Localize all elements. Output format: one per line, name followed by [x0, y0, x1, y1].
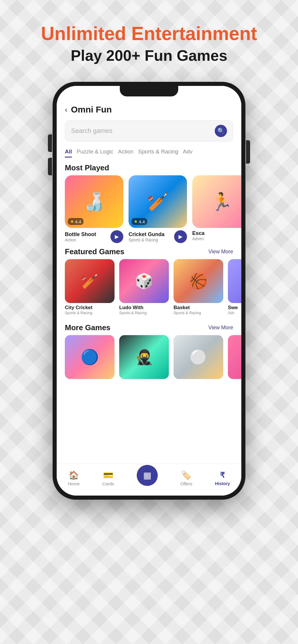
- more-games-view-more[interactable]: View More: [208, 325, 233, 331]
- bottle-shoot-text: Bottle Shoot Action: [65, 231, 96, 242]
- header-title-line1: Unlimited Entertainment: [0, 23, 298, 44]
- search-bar[interactable]: Search games 🔍: [65, 120, 233, 141]
- tab-adv[interactable]: Adv: [183, 147, 193, 157]
- search-icon[interactable]: 🔍: [215, 125, 227, 137]
- featured-header: Featured Games View More: [57, 243, 241, 259]
- featured-card-swe[interactable]: 🎮 Swe Adv: [228, 259, 241, 315]
- nav-home[interactable]: 🏠 Home: [68, 470, 80, 486]
- phone-inner: ‹ Omni Fun Search games 🔍 All Puzzle & L…: [57, 86, 241, 496]
- featured-view-more[interactable]: View More: [208, 249, 233, 255]
- tab-sports[interactable]: Sports & Racing: [138, 147, 178, 157]
- more-img-shadow: 🥷: [119, 335, 169, 379]
- bottle-shoot-emoji: 🍶: [83, 191, 105, 212]
- featured-basket-name: Basket: [174, 305, 223, 311]
- featured-row: 🏏 City Cricket Sports & Racing 🎲 Ludo Wi…: [57, 259, 241, 315]
- more-games-row: 🔵 🥷 ⚪ 🌸: [57, 335, 241, 379]
- scan-icon: ▦: [143, 470, 151, 480]
- back-button[interactable]: ‹: [65, 105, 67, 114]
- tab-action[interactable]: Action: [118, 147, 134, 157]
- most-played-row: 🍶 ★ 4.4 Bottle Shoot Action ▶: [57, 175, 241, 243]
- bottle-shoot-rating: ★ 4.4: [68, 218, 84, 225]
- bottle-shoot-info: Bottle Shoot Action ▶: [65, 230, 123, 243]
- game-card-cricket-gunda[interactable]: 🏏 ★ 4.4 Cricket Gunda Sports & Racing: [129, 175, 187, 243]
- featured-card-city-cricket[interactable]: 🏏 City Cricket Sports & Racing: [65, 259, 115, 315]
- nav-cards-label: Cards: [102, 481, 114, 486]
- more-img-bubble: 🔵: [65, 335, 115, 379]
- nav-offers[interactable]: 🏷️ Offers: [180, 470, 192, 486]
- more-card-disk[interactable]: ⚪: [174, 335, 223, 379]
- header-title-line2: Play 200+ Fun Games: [0, 47, 298, 64]
- app-content: ‹ Omni Fun Search games 🔍 All Puzzle & L…: [57, 86, 241, 496]
- bottle-shoot-name: Bottle Shoot: [65, 231, 96, 238]
- featured-ludo-cat: Sports & Racing: [119, 311, 169, 315]
- more-games-header: More Games View More: [57, 319, 241, 335]
- cricket-gunda-rating: ★ 4.4: [131, 218, 147, 225]
- cricket-gunda-text: Cricket Gunda Sports & Racing: [129, 231, 164, 242]
- center-scan-button[interactable]: ▦: [137, 465, 158, 486]
- featured-img-swe: 🎮: [228, 259, 241, 303]
- nav-center[interactable]: ▦: [137, 465, 158, 492]
- more-card-bubble[interactable]: 🔵: [65, 335, 115, 379]
- offers-icon: 🏷️: [181, 470, 191, 480]
- nav-offers-label: Offers: [180, 481, 192, 486]
- game-card-bottle-shoot[interactable]: 🍶 ★ 4.4 Bottle Shoot Action ▶: [65, 175, 123, 243]
- game-card-escape[interactable]: 🏃 Esca Adven: [192, 175, 241, 243]
- app-title: Omni Fun: [71, 105, 112, 115]
- cricket-gunda-emoji: 🏏: [147, 191, 169, 212]
- more-img-disk: ⚪: [174, 335, 223, 379]
- header-area: Unlimited Entertainment Play 200+ Fun Ga…: [0, 0, 298, 64]
- phone-outer: ‹ Omni Fun Search games 🔍 All Puzzle & L…: [53, 82, 245, 500]
- bottom-nav: 🏠 Home 💳 Cards ▦ 🏷️ Offers: [57, 463, 241, 496]
- featured-img-city-cricket: 🏏: [65, 259, 115, 303]
- game-img-cricket-gunda: 🏏 ★ 4.4: [129, 175, 187, 228]
- more-games-title: More Games: [65, 323, 110, 332]
- more-img-partial: 🌸: [228, 335, 241, 379]
- home-icon: 🏠: [69, 470, 79, 480]
- more-card-partial[interactable]: 🌸: [228, 335, 241, 379]
- most-played-title: Most Played: [57, 160, 241, 175]
- tab-all[interactable]: All: [65, 147, 72, 157]
- cricket-gunda-info: Cricket Gunda Sports & Racing ▶: [129, 230, 187, 243]
- history-icon: ₹: [220, 471, 225, 480]
- featured-city-cricket-name: City Cricket: [65, 305, 115, 311]
- star-icon: ★: [70, 219, 74, 224]
- category-tabs: All Puzzle & Logic Action Sports & Racin…: [57, 144, 241, 160]
- star-icon-2: ★: [134, 219, 138, 224]
- featured-img-ludo: 🎲: [119, 259, 169, 303]
- featured-title: Featured Games: [65, 247, 124, 256]
- phone-wrapper: ‹ Omni Fun Search games 🔍 All Puzzle & L…: [0, 82, 298, 500]
- nav-history-label: History: [215, 481, 230, 486]
- cards-icon: 💳: [103, 470, 113, 480]
- featured-card-basket[interactable]: 🏀 Basket Sports & Racing: [174, 259, 223, 315]
- escape-emoji: 🏃: [211, 191, 233, 212]
- bottle-shoot-play-btn[interactable]: ▶: [110, 230, 123, 243]
- escape-category: Adven: [192, 236, 205, 241]
- tab-puzzle[interactable]: Puzzle & Logic: [77, 147, 113, 157]
- phone-notch: [120, 86, 178, 96]
- game-img-escape: 🏃: [192, 175, 241, 228]
- featured-basket-cat: Sports & Racing: [174, 311, 223, 315]
- featured-swe-name: Swe: [228, 305, 241, 311]
- nav-history[interactable]: ₹ History: [215, 471, 230, 486]
- cricket-gunda-name: Cricket Gunda: [129, 231, 164, 238]
- search-input[interactable]: Search games: [71, 127, 215, 135]
- bottle-shoot-category: Action: [65, 238, 96, 242]
- cricket-gunda-category: Sports & Racing: [129, 238, 164, 242]
- nav-cards[interactable]: 💳 Cards: [102, 470, 114, 486]
- escape-text: Esca Adven: [192, 230, 205, 241]
- featured-img-basket: 🏀: [174, 259, 223, 303]
- featured-city-cricket-cat: Sports & Racing: [65, 311, 115, 315]
- more-card-shadow[interactable]: 🥷: [119, 335, 169, 379]
- cricket-gunda-play-btn[interactable]: ▶: [174, 230, 187, 243]
- app-topbar: ‹ Omni Fun: [57, 101, 241, 117]
- nav-home-label: Home: [68, 481, 80, 486]
- escape-name: Esca: [192, 230, 205, 236]
- game-img-bottle-shoot: 🍶 ★ 4.4: [65, 175, 123, 228]
- featured-swe-cat: Adv: [228, 311, 241, 315]
- featured-card-ludo[interactable]: 🎲 Ludo With Sports & Racing: [119, 259, 169, 315]
- escape-info: Esca Adven: [192, 230, 241, 241]
- featured-ludo-name: Ludo With: [119, 305, 169, 311]
